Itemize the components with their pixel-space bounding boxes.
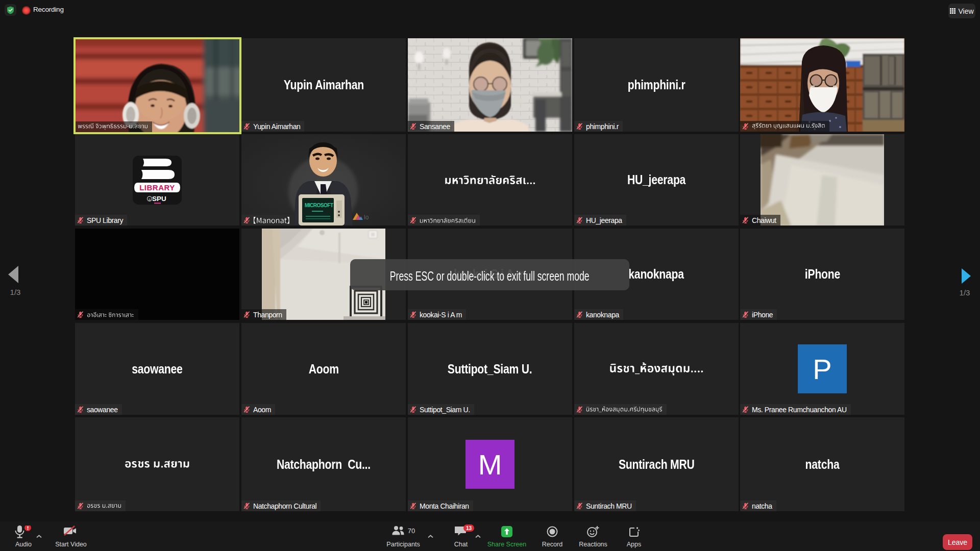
svg-text:lo: lo — [364, 214, 369, 221]
svg-text:a: a — [149, 197, 151, 201]
svg-text:LIBRARY: LIBRARY — [139, 183, 175, 192]
svg-text:MICROSOFT: MICROSOFT — [305, 203, 333, 208]
svg-text:SPU: SPU — [152, 195, 166, 203]
